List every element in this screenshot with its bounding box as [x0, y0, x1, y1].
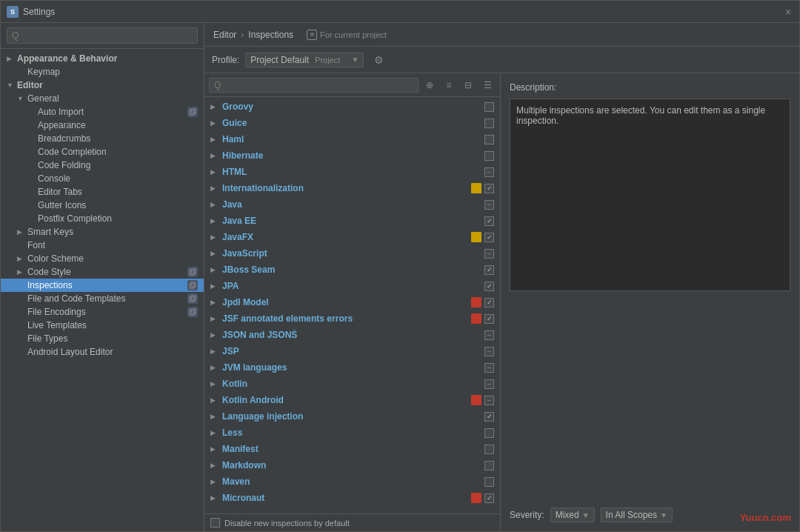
sidebar-item-inspections[interactable]: Inspections	[1, 279, 204, 292]
inspection-row[interactable]: ▶Haml	[204, 131, 500, 147]
inspection-checkbox[interactable]	[484, 102, 494, 112]
inspection-checkbox[interactable]	[484, 151, 494, 161]
collapse-all-button[interactable]: ⊟	[460, 77, 476, 93]
inspection-row[interactable]: ▶Language injection	[204, 408, 500, 425]
inspection-checkbox[interactable]	[484, 493, 494, 503]
color-swatch	[471, 395, 481, 405]
expand-all-button[interactable]: ≡	[441, 77, 457, 93]
inspection-row[interactable]: ▶Maven	[204, 473, 500, 490]
inspection-row[interactable]: ▶Groovy	[204, 99, 500, 115]
profile-dropdown[interactable]: Project Default Project ▼	[245, 53, 364, 67]
inspection-checkbox[interactable]	[484, 396, 494, 405]
sidebar-item-font[interactable]: Font	[1, 239, 204, 252]
inspection-checkbox[interactable]	[484, 461, 494, 471]
menu-button[interactable]: ☰	[479, 77, 496, 93]
inspection-label: Less	[222, 428, 481, 438]
sidebar-item-console[interactable]: Console	[1, 172, 204, 185]
sidebar-search-input[interactable]	[7, 27, 198, 44]
row-arrow-icon: ▶	[210, 233, 219, 241]
inspection-row[interactable]: ▶Less	[204, 425, 500, 441]
inspection-checkbox[interactable]	[484, 233, 494, 242]
inspection-row[interactable]: ▶Internationalization	[204, 180, 500, 196]
inspection-checkbox[interactable]	[484, 412, 494, 422]
inspection-row[interactable]: ▶Manifest	[204, 441, 500, 457]
sidebar-item-label: Auto Import	[38, 107, 84, 117]
inspection-row[interactable]: ▶Kotlin Android	[204, 392, 500, 408]
inspection-row[interactable]: ▶Micronaut	[204, 490, 500, 506]
inspection-row[interactable]: ▶Java EE	[204, 213, 500, 229]
inspection-row[interactable]: ▶Guice	[204, 115, 500, 131]
inspection-checkbox[interactable]	[484, 167, 494, 177]
inspection-checkbox[interactable]	[484, 314, 494, 324]
filter-button[interactable]: ⊕	[421, 77, 438, 93]
profile-bar: Profile: Project Default Project ▼ ⚙	[204, 47, 799, 73]
sidebar-item-file-code-templates[interactable]: File and Code Templates	[1, 292, 204, 305]
inspection-row[interactable]: ▶JSF annotated elements errors	[204, 310, 500, 327]
description-box: Multiple inspections are selected. You c…	[510, 99, 790, 291]
inspection-checkbox[interactable]	[484, 119, 494, 128]
inspection-row[interactable]: ▶Markdown	[204, 457, 500, 473]
inspection-row[interactable]: ▶JSP	[204, 343, 500, 359]
inspection-row[interactable]: ▶Hibernate	[204, 147, 500, 164]
chevron-down-icon: ▼	[351, 56, 359, 64]
sidebar-search-container	[1, 23, 204, 49]
inspection-checkbox[interactable]	[484, 282, 494, 291]
sidebar-item-android-layout-editor[interactable]: Android Layout Editor	[1, 345, 204, 359]
sidebar-item-editor-tabs[interactable]: Editor Tabs	[1, 185, 204, 199]
inspection-label: Maven	[222, 476, 481, 487]
inspection-checkbox[interactable]	[484, 216, 494, 226]
sidebar-item-code-style[interactable]: ▶Code Style	[1, 265, 204, 279]
inspection-label: Manifest	[222, 444, 481, 454]
inspection-checkbox[interactable]	[484, 477, 494, 487]
sidebar-item-postfix-completion[interactable]: Postfix Completion	[1, 212, 204, 225]
sidebar-item-live-templates[interactable]: Live Templates	[1, 319, 204, 332]
close-button[interactable]: ×	[783, 7, 793, 17]
sidebar-item-auto-import[interactable]: Auto Import	[1, 105, 204, 119]
inspection-checkbox[interactable]	[484, 363, 494, 373]
sidebar-item-breadcrumbs[interactable]: Breadcrumbs	[1, 132, 204, 145]
inspection-row[interactable]: ▶JVM languages	[204, 359, 500, 376]
sidebar-item-code-completion[interactable]: Code Completion	[1, 145, 204, 159]
inspection-checkbox[interactable]	[484, 347, 494, 356]
inspection-row[interactable]: ▶HTML	[204, 164, 500, 180]
sidebar-item-code-folding[interactable]: Code Folding	[1, 159, 204, 172]
severity-dropdown[interactable]: Mixed ▼	[550, 508, 595, 522]
row-arrow-icon: ▶	[210, 380, 219, 388]
app-icon: S	[7, 6, 19, 18]
inspection-checkbox[interactable]	[484, 135, 494, 144]
inspection-checkbox[interactable]	[484, 428, 494, 438]
inspection-checkbox[interactable]	[484, 200, 494, 210]
sidebar-item-file-types[interactable]: File Types	[1, 332, 204, 345]
inspection-checkbox[interactable]	[484, 445, 494, 454]
inspection-checkbox[interactable]	[484, 184, 494, 193]
inspection-row[interactable]: ▶JavaScript	[204, 245, 500, 262]
inspections-search-input[interactable]	[209, 78, 419, 93]
disable-new-checkbox[interactable]	[210, 518, 220, 528]
sidebar-item-gutter-icons[interactable]: Gutter Icons	[1, 199, 204, 212]
svg-rect-7	[191, 296, 196, 300]
inspection-checkbox[interactable]	[484, 330, 494, 340]
inspection-label: Haml	[222, 134, 481, 144]
inspection-checkbox[interactable]	[484, 298, 494, 307]
inspection-checkbox[interactable]	[484, 265, 494, 275]
sidebar-item-file-encodings[interactable]: File Encodings	[1, 305, 204, 319]
sidebar-item-color-scheme[interactable]: ▶Color Scheme	[1, 252, 204, 265]
inspection-checkbox[interactable]	[484, 379, 494, 389]
inspection-row[interactable]: ▶Java	[204, 196, 500, 213]
gear-button[interactable]: ⚙	[370, 51, 387, 69]
inspection-row[interactable]: ▶JBoss Seam	[204, 262, 500, 278]
inspection-row[interactable]: ▶JSON and JSONŚ	[204, 327, 500, 343]
scope-dropdown[interactable]: In All Scopes ▼	[601, 508, 673, 522]
inspection-checkbox[interactable]	[484, 249, 494, 259]
inspection-row[interactable]: ▶Kotlin	[204, 376, 500, 392]
inspection-row[interactable]: ▶Jpdl Model	[204, 294, 500, 310]
sidebar-item-general[interactable]: ▼General	[1, 92, 204, 105]
sidebar-item-keymap[interactable]: Keymap	[1, 65, 204, 79]
inspection-row[interactable]: ▶JPA	[204, 278, 500, 294]
inspection-row[interactable]: ▶JavaFX	[204, 229, 500, 245]
sidebar-item-smart-keys[interactable]: ▶Smart Keys	[1, 225, 204, 239]
sidebar-item-appearance-behavior[interactable]: ▶Appearance & Behavior	[1, 52, 204, 65]
copy-icon	[187, 267, 198, 277]
sidebar-item-editor[interactable]: ▼Editor	[1, 79, 204, 92]
sidebar-item-appearance[interactable]: Appearance	[1, 119, 204, 132]
